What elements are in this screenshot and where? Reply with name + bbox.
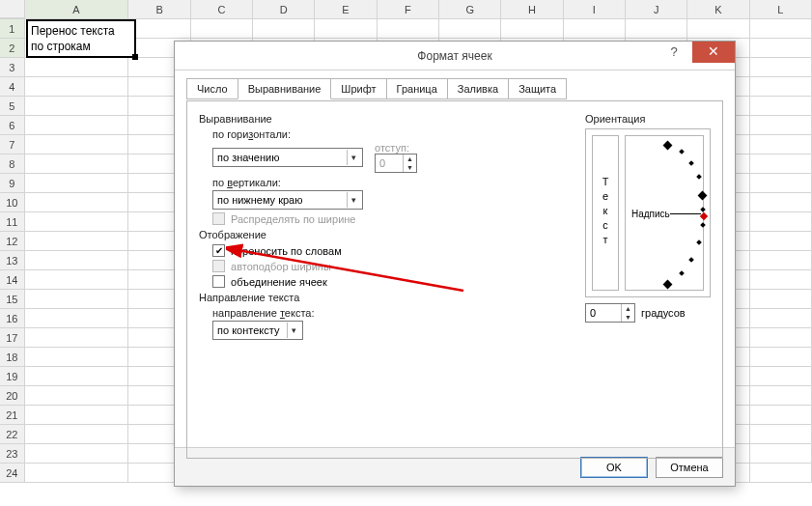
cell[interactable] [750,464,812,483]
chevron-down-icon[interactable]: ▼ [622,313,634,322]
row-header-20[interactable]: 20 [0,386,25,406]
cell[interactable] [750,135,812,155]
cell[interactable] [25,232,129,251]
tab-fill[interactable]: Заливка [447,78,509,99]
cell[interactable] [750,309,812,328]
cell[interactable] [626,19,687,39]
col-header-F[interactable]: F [378,0,439,18]
cell[interactable] [750,251,812,270]
col-header-C[interactable]: C [191,0,253,18]
cell[interactable] [750,19,812,39]
row-header-23[interactable]: 23 [0,444,25,464]
row-header-16[interactable]: 16 [0,309,25,328]
spinner-indent[interactable]: 0 ▲▼ [375,154,417,173]
cell[interactable] [750,406,812,425]
cell[interactable] [315,19,377,39]
row-header-1[interactable]: 1 [0,19,25,39]
cell[interactable] [25,348,129,367]
row-header-10[interactable]: 10 [0,193,25,212]
cell[interactable] [750,232,812,251]
cell[interactable] [25,116,129,135]
cell[interactable] [25,406,129,425]
select-all-corner[interactable] [0,0,25,18]
cell[interactable] [25,77,129,97]
cell[interactable] [25,97,129,116]
col-header-G[interactable]: G [439,0,501,18]
cell[interactable] [25,444,129,464]
ok-button[interactable]: OK [580,457,648,478]
chevron-down-icon[interactable]: ▼ [404,163,416,172]
cell[interactable] [25,193,129,212]
col-header-A[interactable]: A [25,0,129,18]
row-header-7[interactable]: 7 [0,135,25,155]
cell[interactable] [25,251,129,270]
col-header-K[interactable]: K [687,0,749,18]
cell[interactable] [750,97,812,116]
cell[interactable] [25,290,129,309]
tab-number[interactable]: Число [186,78,238,99]
cell[interactable] [750,212,812,232]
row-header-17[interactable]: 17 [0,328,25,348]
col-header-I[interactable]: I [564,0,626,18]
tab-alignment[interactable]: Выравнивание [238,78,332,99]
row-header-21[interactable]: 21 [0,406,25,425]
cell[interactable] [564,19,626,39]
row-header-19[interactable]: 19 [0,367,25,386]
row-header-15[interactable]: 15 [0,290,25,309]
cell[interactable] [25,309,129,328]
cell[interactable] [750,386,812,406]
row-header-4[interactable]: 4 [0,77,25,97]
row-header-24[interactable]: 24 [0,464,25,483]
tab-border[interactable]: Граница [386,78,448,99]
cell[interactable] [25,386,129,406]
col-header-J[interactable]: J [626,0,687,18]
cancel-button[interactable]: Отмена [656,457,723,478]
cell[interactable] [750,58,812,77]
orientation-vertical-text-box[interactable]: Т е к с т [592,135,619,291]
tab-protection[interactable]: Защита [508,78,567,99]
cell[interactable] [25,174,129,193]
cell[interactable] [25,212,129,232]
cell[interactable] [25,58,129,77]
cell[interactable] [378,19,439,39]
cell[interactable] [750,39,812,58]
cell[interactable] [25,135,129,155]
col-header-B[interactable]: B [128,0,190,18]
row-header-6[interactable]: 6 [0,116,25,135]
close-button[interactable]: ✕ [692,42,735,63]
cell[interactable] [750,116,812,135]
cell[interactable] [750,328,812,348]
cell[interactable] [750,155,812,174]
chevron-up-icon[interactable]: ▲ [404,155,416,163]
row-header-22[interactable]: 22 [0,425,25,444]
tab-font[interactable]: Шрифт [330,78,386,99]
cell[interactable] [750,77,812,97]
row-header-11[interactable]: 11 [0,212,25,232]
cell[interactable] [750,290,812,309]
help-button[interactable]: ? [659,42,688,63]
cell[interactable] [750,348,812,367]
col-header-H[interactable]: H [501,0,563,18]
cell[interactable] [25,328,129,348]
cell[interactable] [25,367,129,386]
cell[interactable] [191,19,253,39]
row-header-5[interactable]: 5 [0,97,25,116]
chevron-up-icon[interactable]: ▲ [622,304,634,313]
row-header-3[interactable]: 3 [0,58,25,77]
dialog-title-bar[interactable]: Формат ячеек ? ✕ [175,42,735,70]
row-header-14[interactable]: 14 [0,270,25,290]
cell[interactable] [128,19,190,39]
cell[interactable] [750,174,812,193]
row-header-18[interactable]: 18 [0,348,25,367]
cell[interactable] [750,270,812,290]
col-header-L[interactable]: L [750,0,812,18]
cell[interactable] [439,19,501,39]
spinner-degrees[interactable]: 0 ▲▼ [585,303,635,323]
cell[interactable] [25,155,129,174]
cell[interactable] [750,193,812,212]
row-header-9[interactable]: 9 [0,174,25,193]
orientation-dial[interactable]: Надпись [625,135,704,291]
cell[interactable] [253,19,315,39]
cell[interactable] [750,444,812,464]
cell[interactable] [750,367,812,386]
